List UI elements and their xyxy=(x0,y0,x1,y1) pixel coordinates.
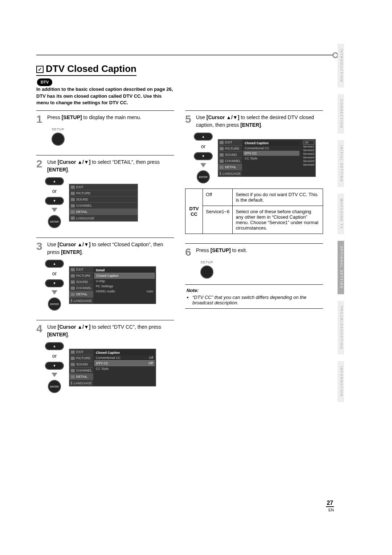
page-number: 27 xyxy=(326,500,334,507)
step-1-text: Press [SETUP] to display the main menu. xyxy=(47,114,141,121)
picture-icon xyxy=(71,192,75,195)
setup-button-icon xyxy=(200,266,213,279)
cursor-down-button: ▼ xyxy=(45,197,64,205)
osd4-conventional-cc: Conventional CCOff xyxy=(94,355,155,360)
step-6-text: Press [SETUP] to exit. xyxy=(196,247,247,254)
language-icon xyxy=(220,172,221,175)
step-1-number: 1 xyxy=(36,114,44,125)
table-off-key: Off xyxy=(203,189,233,206)
flow-arrow-icon xyxy=(52,290,57,295)
exit-icon xyxy=(220,141,224,144)
note-box: Note: “DTV CC” that you can switch diffe… xyxy=(185,284,323,309)
setup-label: SETUP xyxy=(200,260,213,264)
dtvcc-options-table: DTV CC Off Select if you do not want DTV… xyxy=(185,189,323,234)
flow-arrow-icon xyxy=(52,373,57,377)
cursor-up-button: ▲ xyxy=(45,260,64,268)
table-off-desc: Select if you do not want DTV CC. This i… xyxy=(233,189,323,206)
tab-introduction[interactable]: INTRODUCTION xyxy=(338,44,344,88)
osd5-opt-off: Off xyxy=(303,141,314,145)
step-5-text: Use [Cursor ▲/▼] to select the desired D… xyxy=(196,114,323,129)
step-6-number: 6 xyxy=(185,247,193,258)
language-icon xyxy=(71,381,72,385)
cursor-up-button: ▲ xyxy=(45,342,64,350)
page-lang: EN xyxy=(326,508,334,512)
flow-arrow-icon xyxy=(52,208,57,212)
osd3-title: Detail xyxy=(94,268,155,273)
sound-icon xyxy=(220,153,224,157)
right-column: 5 Use [Cursor ▲/▼] to select the desired… xyxy=(185,108,323,315)
channel-icon xyxy=(71,369,75,372)
tab-information[interactable]: INFORMATION xyxy=(338,361,344,402)
osd5-opt-s4: Service4 xyxy=(303,156,314,159)
cursor-up-button: ▲ xyxy=(45,177,64,185)
picture-icon xyxy=(71,274,75,278)
sound-icon xyxy=(71,280,75,284)
osd5-opt-s2: Service2 xyxy=(303,149,314,152)
or-label: or xyxy=(52,188,57,194)
picture-icon xyxy=(71,357,75,360)
osd5-cc-style: CC Style xyxy=(243,156,299,161)
osd4-dtv-cc: DTV CCOff xyxy=(94,360,155,366)
enter-button: ENTER xyxy=(48,215,61,228)
tab-initial-setting[interactable]: INITIAL SETTING xyxy=(338,140,344,187)
detail-icon xyxy=(71,375,75,378)
checkbox-icon: ✓ xyxy=(36,66,44,73)
flow-arrow-icon xyxy=(200,163,206,167)
intro-block: DTV In addition to the basic closed capt… xyxy=(36,78,174,106)
remote-cursor-buttons: ▲ or ▼ ENTER xyxy=(45,177,64,228)
table-header: DTV CC xyxy=(185,189,203,234)
cursor-down-button: ▼ xyxy=(45,279,64,287)
step-6: 6 Press [SETUP] to exit. SETUP Note: “DT… xyxy=(185,243,323,315)
or-label: or xyxy=(201,143,205,149)
osd3-pc-settings: PC Settings xyxy=(94,284,155,289)
enter-button: ENTER xyxy=(197,170,210,183)
note-item: “DTV CC” that you can switch differs dep… xyxy=(192,295,322,305)
osd3-hdmi-audio: HDMI1 AudioAuto xyxy=(94,289,155,294)
exit-icon xyxy=(71,268,75,271)
osd-menu-step2: EXIT PICTURE SOUND CHANNEL DETAIL LANGUA… xyxy=(69,184,138,222)
detail-icon xyxy=(220,166,224,169)
remote-setup-button: SETUP xyxy=(196,260,218,279)
language-icon xyxy=(71,299,72,302)
remote-cursor-buttons: ▲ or ▼ ENTER xyxy=(45,260,64,311)
picture-icon xyxy=(220,147,224,150)
page-title: ✓DTV Closed Caption xyxy=(36,63,136,76)
remote-cursor-buttons: ▲ or ▼ ENTER xyxy=(194,133,213,183)
step-3-number: 3 xyxy=(36,241,44,252)
tab-connection[interactable]: CONNECTION xyxy=(338,94,344,134)
cursor-down-button: ▼ xyxy=(194,152,213,160)
note-heading: Note: xyxy=(187,288,322,293)
step-5: 5 Use [Cursor ▲/▼] to select the desired… xyxy=(185,110,323,240)
osd3-vchip: V-chip xyxy=(94,279,155,284)
title-text: DTV Closed Caption xyxy=(46,63,136,74)
osd5-opt-s5: Service5 xyxy=(303,159,314,163)
osd3-closed-caption: Closed Caption xyxy=(94,273,155,279)
left-column: 1 Press [SETUP] to display the main menu… xyxy=(36,108,174,400)
step-4: 4 Use [Cursor ▲/▼] to select “DTV CC”, t… xyxy=(36,320,174,400)
or-label: or xyxy=(52,271,57,276)
exit-icon xyxy=(71,351,75,354)
osd4-cc-style: CC Style xyxy=(94,366,155,371)
or-label: or xyxy=(52,353,57,359)
language-icon xyxy=(71,216,75,220)
dtv-badge: DTV xyxy=(37,78,52,86)
osd-menu-step4: EXIT PICTURE SOUND CHANNEL DETAIL LANGUA… xyxy=(69,349,156,386)
channel-icon xyxy=(220,159,224,163)
detail-icon xyxy=(71,210,75,214)
tab-troubleshooting[interactable]: TROUBLESHOOTING xyxy=(338,301,344,355)
step-3-text: Use [Cursor ▲/▼] to select “Closed Capti… xyxy=(47,241,174,256)
tab-optional-setting[interactable]: OPTIONAL SETTING xyxy=(338,241,344,294)
osd5-conventional-cc: Conventional CC xyxy=(243,146,299,151)
step-1: 1 Press [SETUP] to display the main menu… xyxy=(36,110,174,152)
sound-icon xyxy=(71,363,75,366)
step-4-number: 4 xyxy=(36,323,44,334)
enter-button: ENTER xyxy=(48,297,61,311)
sound-icon xyxy=(71,198,75,201)
osd-menu-step5: EXIT PICTURE SOUND CHANNEL DETAIL LANGUA… xyxy=(218,139,316,177)
enter-button: ENTER xyxy=(48,380,61,393)
osd5-title: Closed Caption xyxy=(243,141,299,146)
section-tabs: INTRODUCTION CONNECTION INITIAL SETTING … xyxy=(338,44,344,402)
intro-text: In addition to the basic closed caption … xyxy=(36,86,173,105)
step-2-number: 2 xyxy=(36,158,44,169)
tab-watching-tv[interactable]: WATCHING TV xyxy=(338,194,344,234)
